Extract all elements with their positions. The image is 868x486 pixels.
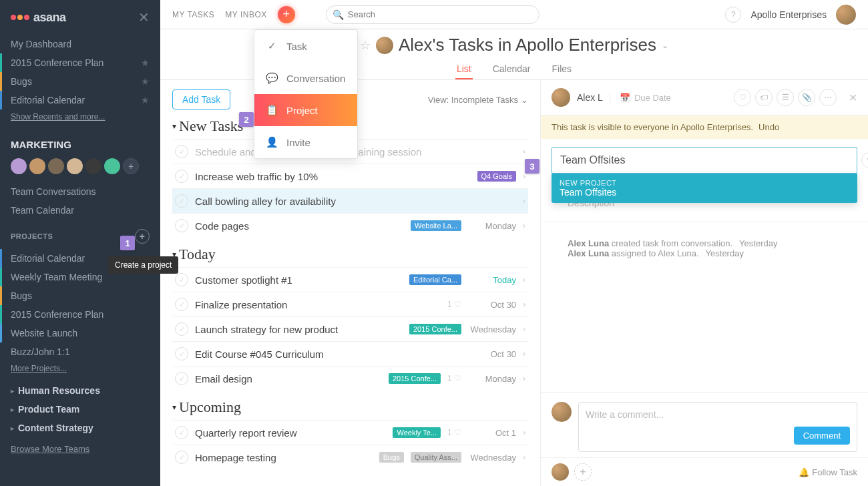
create-menu-project[interactable]: 📋Project [254,94,357,126]
complete-checkbox[interactable]: ✓ [175,426,188,439]
avatar[interactable] [48,158,64,174]
sidebar-team-link[interactable]: Team Calendar [0,201,160,220]
task-tag[interactable]: Quality Ass... [411,452,461,463]
task-group-header[interactable]: Today [172,246,528,263]
task-row[interactable]: ✓Call bowling alley for availability› [172,188,528,213]
complete-checkbox[interactable]: ✓ [175,170,188,183]
complete-checkbox[interactable]: ✓ [175,347,188,360]
task-tag[interactable]: Q4 Goals [477,171,516,182]
edit-icon[interactable]: ✎ [861,152,868,168]
task-tag[interactable]: Weekly Te... [393,427,441,438]
task-tag[interactable]: 2015 Confe... [409,324,461,334]
task-row[interactable]: ✓Code pagesWebsite La...Monday› [172,213,528,238]
favorite-star-icon[interactable]: ☆ [360,38,371,53]
project-suggestion[interactable]: NEW PROJECT Team Offsites [552,174,857,203]
complete-checkbox[interactable]: ✓ [175,298,188,311]
org-switcher[interactable]: Apollo Enterprises [750,9,827,20]
assignee-avatar[interactable] [552,88,570,107]
task-row[interactable]: ✓Increase web traffic by 10%Q4 Goals› [172,164,528,188]
tab-files[interactable]: Files [551,59,574,79]
task-row[interactable]: ✓Quarterly report reviewWeekly Te...1 ♡O… [172,420,528,445]
tab-calendar[interactable]: Calendar [491,59,532,79]
sidebar-team-link[interactable]: Team Conversations [0,182,160,201]
tab-list[interactable]: List [455,59,473,79]
star-icon[interactable]: ★ [141,95,150,105]
view-filter[interactable]: View: Incomplete Tasks⌄ [428,95,528,105]
task-tag[interactable]: Website La... [411,220,461,231]
create-menu-conversation[interactable]: 💬Conversation [254,62,357,94]
avatar[interactable] [67,158,83,174]
like-icon[interactable]: ♡ [734,89,751,106]
star-icon[interactable]: ★ [141,76,150,87]
sidebar-project[interactable]: Bugs [0,286,160,305]
sidebar-project[interactable]: Website Launch [0,324,160,342]
task-row[interactable]: ✓Finalize presentation1 ♡Oct 30› [172,292,528,316]
complete-checkbox[interactable]: ✓ [175,451,188,464]
close-detail-icon[interactable]: ✕ [849,91,857,104]
sidebar-favorite[interactable]: Editorial Calendar★ [0,91,160,109]
task-row[interactable]: ✓Launch strategy for new product2015 Con… [172,316,528,341]
sidebar-collapse-icon[interactable]: ✕ [138,9,150,25]
task-tag[interactable]: Editorial Ca... [409,274,461,285]
sidebar-dashboard[interactable]: My Dashboard [0,35,160,53]
project-input[interactable] [552,147,857,174]
like-count[interactable]: 1 ♡ [447,300,461,309]
sidebar-team[interactable]: Content Strategy [0,419,160,437]
user-avatar[interactable] [836,5,856,25]
team-marketing-header[interactable]: MARKETING [0,130,160,156]
add-member-button[interactable]: + [123,158,139,174]
nav-my-inbox[interactable]: MY INBOX [225,10,266,19]
avatar[interactable] [11,158,27,174]
task-tag[interactable]: 2015 Confe... [389,373,441,384]
nav-my-tasks[interactable]: MY TASKS [172,10,214,19]
sidebar-favorite[interactable]: Bugs★ [0,72,160,91]
collaborator-avatar[interactable] [552,463,569,481]
complete-checkbox[interactable]: ✓ [175,273,188,286]
undo-link[interactable]: Undo [758,122,779,132]
avatar[interactable] [104,158,120,174]
tag-icon[interactable]: 🏷 [755,89,773,106]
attachment-icon[interactable]: 📎 [798,89,815,106]
star-icon[interactable]: ★ [141,57,150,68]
title-dropdown-icon[interactable]: ⌄ [662,41,668,50]
browse-teams-link[interactable]: Browse More Teams [0,437,160,461]
complete-checkbox[interactable]: ✓ [175,145,188,158]
follow-task-button[interactable]: 🔔Follow Task [799,467,857,477]
task-row[interactable]: ✓Edit Course #045 CurriculumOct 30› [172,341,528,366]
complete-checkbox[interactable]: ✓ [175,219,188,232]
due-date-field[interactable]: 📅 Due Date [610,93,671,103]
task-row[interactable]: ✓Email design2015 Confe...1 ♡Monday› [172,366,528,391]
logo[interactable]: asana [11,11,66,25]
global-add-button[interactable]: + [278,6,295,23]
search-input[interactable] [326,5,539,24]
sidebar-project[interactable]: Buzz/John 1:1 [0,342,160,361]
task-row[interactable]: ✓Customer spotlight #1Editorial Ca...Tod… [172,267,528,292]
sidebar-favorite[interactable]: 2015 Conference Plan★ [0,53,160,72]
task-group-header[interactable]: Upcoming [172,399,528,416]
more-projects-link[interactable]: More Projects... [0,361,160,381]
like-count[interactable]: 1 ♡ [447,374,461,383]
complete-checkbox[interactable]: ✓ [175,322,188,336]
subtask-icon[interactable]: ☰ [777,89,794,106]
owner-avatar[interactable] [376,37,393,54]
create-menu-invite[interactable]: 👤Invite [254,126,357,158]
comment-input[interactable]: Write a comment... Comment [578,402,857,452]
add-task-button[interactable]: Add Task [172,89,230,109]
sidebar-project[interactable]: 2015 Conference Plan [0,305,160,324]
show-recents-link[interactable]: Show Recents and more... [0,109,160,130]
more-icon[interactable]: ⋯ [819,89,837,106]
comment-button[interactable]: Comment [794,427,850,445]
complete-checkbox[interactable]: ✓ [175,372,188,385]
sidebar-team[interactable]: Product Team [0,400,160,419]
help-icon[interactable]: ? [725,7,741,23]
sidebar-team[interactable]: Human Resources [0,381,160,400]
avatar[interactable] [85,158,101,174]
complete-checkbox[interactable]: ✓ [175,194,188,208]
task-row[interactable]: ✓Homepage testingBugsQuality Ass...Wedne… [172,445,528,469]
add-project-button[interactable]: + [135,229,150,244]
assignee-name[interactable]: Alex L [577,92,603,103]
task-tag[interactable]: Bugs [379,452,404,463]
avatar[interactable] [29,158,45,174]
like-count[interactable]: 1 ♡ [447,428,461,437]
create-menu-task[interactable]: ✓Task [254,30,357,62]
